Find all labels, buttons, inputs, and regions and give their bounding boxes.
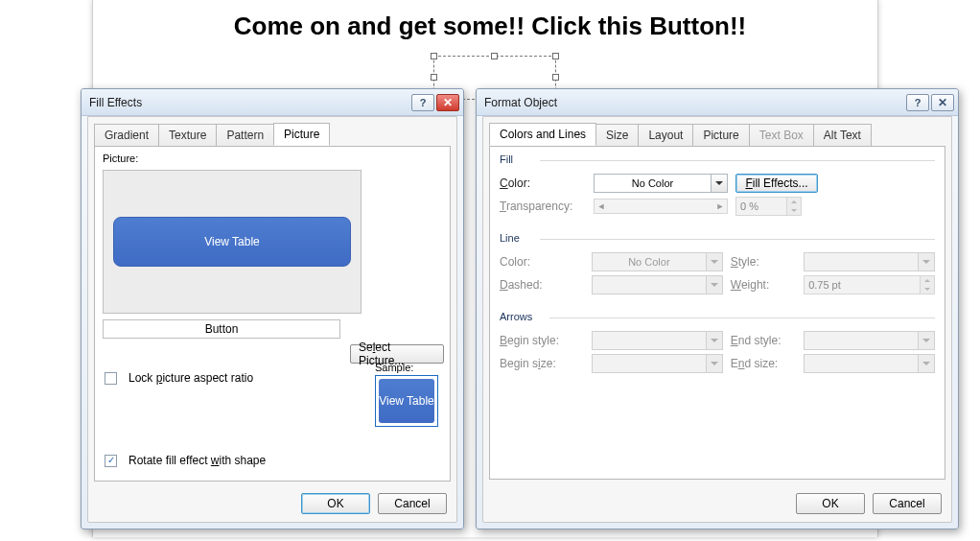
cancel-button[interactable]: Cancel: [378, 493, 447, 514]
chevron-down-icon: [918, 355, 934, 372]
transparency-slider: ◄ ►: [594, 199, 728, 214]
close-icon: ✕: [443, 96, 453, 109]
begin-style-label: Begin style:: [500, 334, 584, 347]
sample-preview: View Table: [375, 375, 438, 427]
tab-texture[interactable]: Texture: [158, 124, 217, 146]
picture-name-value: Button: [205, 322, 239, 336]
chevron-down-icon: [706, 276, 722, 294]
begin-style-combo: [592, 331, 723, 350]
picture-preview: View Table: [113, 217, 351, 267]
resize-handle[interactable]: [552, 53, 559, 59]
group-fill: Fill Color: No Color Fill Effects... Tra…: [500, 154, 935, 225]
close-button[interactable]: ✕: [931, 94, 954, 111]
tab-gradient[interactable]: Gradient: [94, 124, 159, 146]
chevron-down-icon: [706, 253, 722, 270]
line-weight-spinner: 0.75 pt: [804, 275, 935, 294]
document-headline: Come on and get some!! Click this Button…: [0, 12, 980, 41]
group-legend: Arrows: [500, 311, 538, 322]
select-picture-button[interactable]: Select Picture...: [350, 344, 444, 364]
picture-preview-frame: View Table: [103, 170, 362, 314]
transparency-value: 0 %: [736, 198, 786, 215]
begin-size-label: Begin size:: [500, 357, 584, 370]
slider-left-icon: ◄: [595, 201, 608, 211]
tabstrip: Gradient Texture Pattern Picture: [88, 117, 456, 146]
ok-button[interactable]: OK: [796, 493, 865, 514]
line-style-combo: [804, 252, 935, 271]
end-size-combo: [804, 354, 935, 373]
dialog-title: Format Object: [484, 96, 904, 109]
ok-button[interactable]: OK: [301, 493, 370, 514]
tab-size[interactable]: Size: [595, 124, 639, 146]
help-button[interactable]: [906, 94, 929, 111]
tab-picture[interactable]: Picture: [692, 124, 749, 146]
tab-pattern[interactable]: Pattern: [216, 124, 274, 146]
picture-label: Picture:: [95, 147, 450, 166]
dialog-title: Fill Effects: [89, 96, 409, 109]
line-dashed-label: Dashed:: [500, 278, 584, 292]
rotate-checkbox[interactable]: [105, 455, 117, 467]
fill-color-label: Color:: [500, 176, 586, 190]
line-weight-value: 0.75 pt: [805, 276, 920, 294]
format-object-dialog: Format Object ✕ Colors and Lines Size La…: [476, 88, 959, 529]
picture-preview-text: View Table: [204, 235, 260, 248]
transparency-spinner: 0 %: [735, 197, 802, 216]
tabstrip: Colors and Lines Size Layout Picture Tex…: [483, 117, 951, 146]
fill-color-value: No Color: [595, 177, 711, 189]
line-color-label: Color:: [500, 255, 584, 269]
resize-handle[interactable]: [431, 74, 437, 81]
sample-preview-text: View Table: [379, 394, 434, 408]
tab-picture[interactable]: Picture: [273, 123, 330, 146]
resize-handle[interactable]: [552, 74, 559, 81]
cancel-button[interactable]: Cancel: [873, 493, 942, 514]
group-legend: Line: [500, 232, 525, 244]
tab-panel-colors-lines: Fill Color: No Color Fill Effects... Tra…: [489, 146, 945, 480]
line-color-combo: No Color: [592, 252, 723, 271]
tab-panel-picture: Picture: View Table Button Select Pictur…: [94, 146, 451, 482]
sample-label: Sample:: [375, 362, 438, 373]
titlebar[interactable]: Fill Effects ✕: [82, 89, 463, 116]
tab-alt-text[interactable]: Alt Text: [813, 124, 872, 146]
chevron-down-icon: [918, 332, 934, 349]
tab-colors-lines[interactable]: Colors and Lines: [489, 123, 596, 146]
transparency-label: Transparency:: [500, 200, 586, 213]
end-style-combo: [804, 331, 935, 350]
fill-effects-dialog: Fill Effects ✕ Gradient Texture Pattern …: [81, 88, 464, 529]
close-button[interactable]: ✕: [436, 94, 459, 111]
picture-name-field: Button: [103, 319, 340, 339]
chevron-down-icon: [706, 355, 722, 372]
fill-effects-button[interactable]: Fill Effects...: [735, 174, 818, 193]
begin-size-combo: [592, 354, 723, 373]
resize-handle[interactable]: [491, 53, 498, 59]
lock-aspect-checkbox[interactable]: [105, 372, 117, 385]
line-style-label: Style:: [731, 255, 796, 269]
tab-text-box: Text Box: [749, 124, 814, 146]
help-button[interactable]: [411, 94, 434, 111]
slider-right-icon: ►: [713, 201, 727, 211]
chevron-down-icon: [918, 253, 934, 270]
line-color-value: No Color: [593, 256, 706, 268]
line-weight-label: Weight:: [731, 278, 796, 292]
chevron-down-icon: [706, 332, 722, 349]
end-size-label: End size:: [731, 357, 796, 370]
group-line: Line Color: No Color Style: Dashed:: [500, 233, 935, 304]
tab-layout[interactable]: Layout: [638, 124, 693, 146]
line-dashed-combo: [592, 275, 723, 294]
group-legend: Fill: [500, 153, 519, 165]
fill-color-combo[interactable]: No Color: [594, 174, 728, 193]
titlebar[interactable]: Format Object ✕: [477, 89, 958, 116]
close-icon: ✕: [938, 96, 947, 109]
end-style-label: End style:: [731, 334, 796, 347]
group-arrows: Arrows Begin style: End style: Begin s: [500, 312, 935, 383]
resize-handle[interactable]: [431, 53, 437, 59]
chevron-down-icon: [711, 175, 727, 192]
